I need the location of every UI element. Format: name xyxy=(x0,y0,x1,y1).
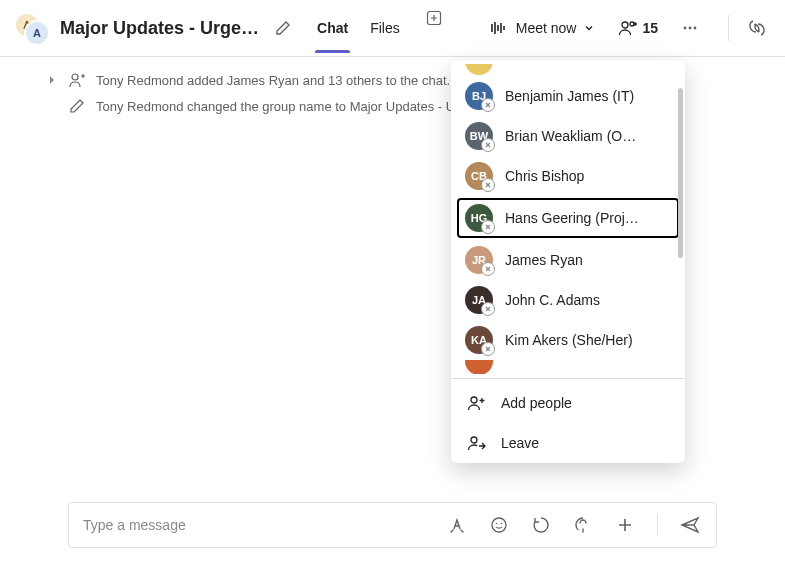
participant-name: Benjamin James (IT) xyxy=(505,88,634,104)
message-composer xyxy=(68,502,717,548)
add-people-label: Add people xyxy=(501,395,572,411)
person-add-icon xyxy=(68,71,86,89)
svg-point-3 xyxy=(684,27,687,30)
stream-button[interactable] xyxy=(569,511,597,539)
send-icon xyxy=(680,516,700,534)
avatar: A xyxy=(24,20,50,46)
add-tab-button[interactable] xyxy=(420,4,448,32)
rename-chat-button[interactable] xyxy=(269,14,297,42)
tab-files[interactable]: Files xyxy=(368,4,402,52)
more-icon xyxy=(682,20,698,36)
meet-now-button[interactable]: Meet now xyxy=(486,14,599,42)
presence-offline-icon xyxy=(481,302,495,316)
camera-lines-icon xyxy=(490,20,508,36)
people-add-icon xyxy=(618,19,638,37)
svg-point-7 xyxy=(471,397,477,403)
participant-item[interactable]: JRJames Ryan xyxy=(451,240,685,280)
svg-point-8 xyxy=(471,437,477,443)
stream-icon xyxy=(574,516,592,534)
chat-header: A A Major Updates - Urge… Chat Files Mee… xyxy=(0,0,785,57)
chat-title: Major Updates - Urge… xyxy=(60,18,259,39)
participants-button[interactable]: 15 xyxy=(618,19,658,37)
participant-item[interactable]: KAKim Akers (She/Her) xyxy=(451,320,685,360)
pencil-icon xyxy=(68,97,86,115)
svg-point-4 xyxy=(689,27,692,30)
leave-icon xyxy=(467,433,487,453)
participant-item[interactable]: CBChris Bishop xyxy=(451,156,685,196)
participant-item[interactable]: HGHans Geering (Proj… xyxy=(457,198,679,238)
participant-name: Hans Geering (Proj… xyxy=(505,210,639,226)
meet-now-label: Meet now xyxy=(516,20,577,36)
more-options-button[interactable] xyxy=(676,14,704,42)
svg-point-10 xyxy=(496,523,498,525)
caret-right-icon[interactable] xyxy=(48,75,58,85)
avatar: HG xyxy=(465,204,493,232)
divider xyxy=(451,378,685,379)
leave-label: Leave xyxy=(501,435,539,451)
loop-button[interactable] xyxy=(527,511,555,539)
participants-popover: BJBenjamin James (IT)BWBrian Weakliam (O… xyxy=(451,60,685,463)
presence-offline-icon xyxy=(481,262,495,276)
participant-item[interactable] xyxy=(451,64,685,76)
presence-offline-icon xyxy=(481,178,495,192)
participant-name: James Ryan xyxy=(505,252,583,268)
avatar: JR xyxy=(465,246,493,274)
presence-offline-icon xyxy=(481,98,495,112)
participant-count: 15 xyxy=(642,20,658,36)
leave-chat-button[interactable]: Leave xyxy=(451,423,685,463)
participants-list: BJBenjamin James (IT)BWBrian Weakliam (O… xyxy=(451,60,685,374)
avatar: BW xyxy=(465,122,493,150)
svg-point-6 xyxy=(72,74,78,80)
participant-item[interactable]: JAJohn C. Adams xyxy=(451,280,685,320)
format-button[interactable] xyxy=(443,511,471,539)
participant-item[interactable] xyxy=(451,360,685,374)
participant-name: Brian Weakliam (O… xyxy=(505,128,636,144)
plus-box-icon xyxy=(426,10,442,26)
participant-item[interactable]: BJBenjamin James (IT) xyxy=(451,76,685,116)
copilot-button[interactable] xyxy=(728,14,771,42)
participant-name: Kim Akers (She/Her) xyxy=(505,332,633,348)
chat-avatar-stack: A A xyxy=(14,12,46,44)
participant-name: Chris Bishop xyxy=(505,168,584,184)
message-input[interactable] xyxy=(81,516,443,534)
participant-name: John C. Adams xyxy=(505,292,600,308)
avatar: BJ xyxy=(465,82,493,110)
loop-icon xyxy=(532,516,550,534)
format-icon xyxy=(448,516,466,534)
avatar: JA xyxy=(465,286,493,314)
svg-point-11 xyxy=(501,523,503,525)
system-message-text: Tony Redmond changed the group name to M… xyxy=(96,99,485,114)
people-add-icon xyxy=(467,393,487,413)
presence-offline-icon xyxy=(481,342,495,356)
svg-point-5 xyxy=(694,27,697,30)
presence-offline-icon xyxy=(481,138,495,152)
scrollbar[interactable] xyxy=(678,88,683,258)
avatar xyxy=(465,360,493,374)
attach-plus-button[interactable] xyxy=(611,511,639,539)
participant-item[interactable]: BWBrian Weakliam (O… xyxy=(451,116,685,156)
edit-icon xyxy=(275,20,291,36)
system-message-text: Tony Redmond added James Ryan and 13 oth… xyxy=(96,73,450,88)
avatar: KA xyxy=(465,326,493,354)
avatar xyxy=(465,64,493,75)
send-button[interactable] xyxy=(676,511,704,539)
emoji-icon xyxy=(490,516,508,534)
presence-offline-icon xyxy=(481,220,495,234)
copilot-icon xyxy=(747,18,767,38)
avatar: CB xyxy=(465,162,493,190)
tab-chat[interactable]: Chat xyxy=(315,4,350,52)
emoji-button[interactable] xyxy=(485,511,513,539)
svg-point-9 xyxy=(492,518,506,532)
add-people-button[interactable]: Add people xyxy=(451,383,685,423)
divider xyxy=(657,514,658,536)
plus-icon xyxy=(616,516,634,534)
chat-tabs: Chat Files xyxy=(315,4,448,52)
svg-point-1 xyxy=(622,22,628,28)
chevron-down-icon xyxy=(584,23,594,33)
